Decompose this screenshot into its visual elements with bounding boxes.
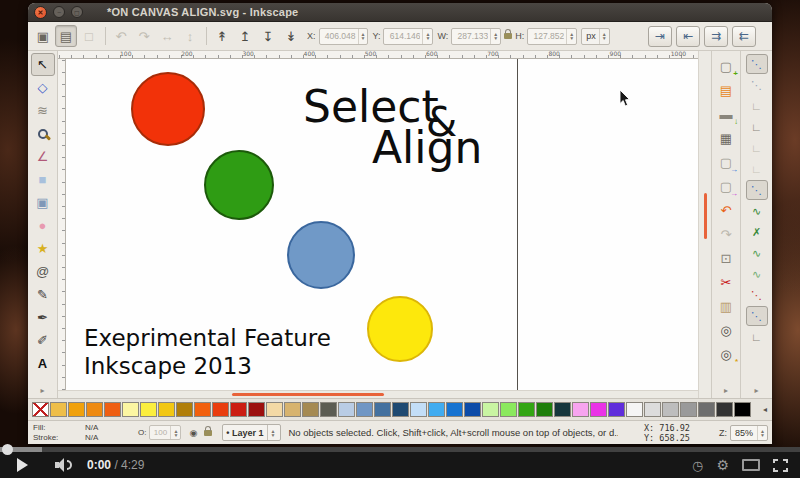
swatch-#333333[interactable] bbox=[716, 402, 733, 417]
rotate-ccw-button[interactable]: ↶ bbox=[110, 25, 132, 47]
width-input[interactable] bbox=[452, 31, 490, 41]
zoom-spinner[interactable]: ▲▼ bbox=[757, 426, 767, 440]
swatch-#cb1d12[interactable] bbox=[230, 402, 247, 417]
close-button[interactable]: ✕ bbox=[34, 6, 47, 19]
snap-bbox-centers-button[interactable]: ∟ bbox=[746, 159, 768, 179]
swatch-#eebe49[interactable] bbox=[50, 402, 67, 417]
vertical-scroll-thumb[interactable] bbox=[704, 193, 707, 239]
lower-button[interactable]: ↧ bbox=[257, 25, 279, 47]
snap-bbox-edge-midpoints-button[interactable]: ∟ bbox=[746, 138, 768, 158]
flip-horizontal-button[interactable]: ↔ bbox=[156, 25, 178, 47]
open-document-button[interactable]: ▤ bbox=[715, 79, 737, 101]
x-input[interactable] bbox=[320, 31, 358, 41]
snap-page-border-button[interactable]: ∟ bbox=[746, 327, 768, 347]
swatch-#6e6e6e[interactable] bbox=[698, 402, 715, 417]
snap-smooth-nodes-button[interactable]: ∿ bbox=[746, 264, 768, 284]
ellipse-tool[interactable]: ● bbox=[31, 214, 55, 237]
zoom-tool[interactable] bbox=[31, 122, 55, 145]
swatch-#c9f5a2[interactable] bbox=[482, 402, 499, 417]
align-button-4-button[interactable]: ⇇ bbox=[732, 26, 756, 47]
horizontal-ruler[interactable]: 1002003004005006007008009001000 bbox=[58, 51, 698, 59]
swatch-#b9cce4[interactable] bbox=[338, 402, 355, 417]
horizontal-scroll-thumb[interactable] bbox=[232, 393, 384, 396]
duplicate-button[interactable]: ⊡ bbox=[715, 247, 737, 269]
save-document-button[interactable]: ▬↓ bbox=[715, 103, 737, 125]
node-tool[interactable]: ◇ bbox=[31, 76, 55, 99]
export-button[interactable]: ▢→ bbox=[715, 175, 737, 197]
swatch-#ea33e7[interactable] bbox=[590, 402, 607, 417]
blue-circle[interactable] bbox=[287, 221, 355, 289]
undo-button[interactable]: ↶ bbox=[715, 199, 737, 221]
swatch-#33a513[interactable] bbox=[518, 402, 535, 417]
opacity-input[interactable] bbox=[150, 428, 170, 437]
pen-tool[interactable]: ✒ bbox=[31, 306, 55, 329]
volume-button[interactable] bbox=[55, 457, 75, 473]
swatch-#41acf0[interactable] bbox=[428, 402, 445, 417]
horizontal-scrollbar[interactable] bbox=[58, 390, 698, 398]
swatch-#8be95e[interactable] bbox=[500, 402, 517, 417]
palette-scroll-icon[interactable]: ◂ bbox=[763, 405, 767, 414]
snap-others-button[interactable]: ⋱ bbox=[746, 306, 768, 326]
height-input[interactable] bbox=[528, 31, 566, 41]
import-button[interactable]: ▢→ bbox=[715, 151, 737, 173]
zoom-selection-button[interactable]: ◎ bbox=[715, 319, 737, 341]
lock-ratio-icon[interactable] bbox=[504, 33, 512, 39]
canvas-text-align[interactable]: Align bbox=[372, 122, 482, 173]
swatch-#16363c[interactable] bbox=[554, 402, 571, 417]
swatch-#a58a52[interactable] bbox=[302, 402, 319, 417]
yellow-circle[interactable] bbox=[367, 296, 433, 362]
swatch-#1673d1[interactable] bbox=[446, 402, 463, 417]
swatch-#000000[interactable] bbox=[734, 402, 751, 417]
play-button[interactable] bbox=[17, 458, 28, 472]
layer-spinner[interactable]: ▲▼ bbox=[267, 425, 277, 440]
vertical-ruler[interactable] bbox=[58, 59, 66, 390]
text-tool[interactable]: A bbox=[31, 352, 55, 375]
paste-button[interactable]: ▥ bbox=[715, 295, 737, 317]
align-button-2-button[interactable]: ⇤ bbox=[676, 26, 700, 47]
rotate-cw-button[interactable]: ↷ bbox=[133, 25, 155, 47]
snap-bbox-edges-button[interactable]: ∟ bbox=[746, 96, 768, 116]
snap-nodes-button[interactable]: ⋱ bbox=[746, 180, 768, 200]
width-spinner[interactable]: ▲▼ bbox=[490, 29, 500, 44]
opacity-spinner[interactable]: ▲▼ bbox=[170, 426, 180, 439]
more-tools-icon[interactable]: ▸ bbox=[28, 386, 57, 395]
red-circle[interactable] bbox=[131, 72, 205, 146]
settings-icon[interactable]: ⚙ bbox=[716, 457, 729, 473]
x-spinner[interactable]: ▲▼ bbox=[358, 29, 368, 44]
swatch-none[interactable] bbox=[32, 402, 49, 417]
layer-lock-icon[interactable] bbox=[204, 430, 212, 436]
star-tool[interactable]: ★ bbox=[31, 237, 55, 260]
canvas-text-caption-2[interactable]: Inkscape 2013 bbox=[84, 353, 252, 379]
swatch-#44719f[interactable] bbox=[374, 402, 391, 417]
snap-midpoints-button[interactable]: ⋱ bbox=[746, 285, 768, 305]
swatch-#b07e09[interactable] bbox=[176, 402, 193, 417]
swatch-#f0a10c[interactable] bbox=[68, 402, 85, 417]
canvas[interactable]: Select & Align Exeprimental Feature Inks… bbox=[66, 59, 698, 390]
green-circle[interactable] bbox=[204, 150, 274, 220]
theater-mode-button[interactable] bbox=[742, 459, 760, 471]
height-spinner[interactable]: ▲▼ bbox=[566, 29, 576, 44]
swatch-#1f4a72[interactable] bbox=[392, 402, 409, 417]
y-input[interactable] bbox=[384, 31, 422, 41]
pencil-tool[interactable]: ✎ bbox=[31, 283, 55, 306]
maximize-button[interactable]: ◻ bbox=[71, 6, 83, 18]
fullscreen-button[interactable] bbox=[773, 459, 788, 472]
redo-button[interactable]: ↷ bbox=[715, 223, 737, 245]
snap-cusp-nodes-button[interactable]: ∿ bbox=[746, 243, 768, 263]
flip-vertical-button[interactable]: ↕ bbox=[179, 25, 201, 47]
snap-bbox-corners-button[interactable]: ∟ bbox=[746, 117, 768, 137]
canvas-text-caption-1[interactable]: Exeprimental Feature bbox=[84, 325, 331, 351]
vertical-scrollbar[interactable] bbox=[698, 51, 711, 398]
more-commands-icon[interactable]: ▸ bbox=[712, 386, 740, 395]
box3d-tool[interactable]: ▣ bbox=[31, 191, 55, 214]
cut-button[interactable]: ✂ bbox=[715, 271, 737, 293]
zoom-drawing-button[interactable]: ◎* bbox=[715, 343, 737, 365]
snap-path-intersections-button[interactable]: ✗ bbox=[746, 222, 768, 242]
swatch-#5f2ddb[interactable] bbox=[608, 402, 625, 417]
swatch-#9a9a9a[interactable] bbox=[680, 402, 697, 417]
snap-bbox-button[interactable]: ⋱ bbox=[746, 75, 768, 95]
swatch-#fbee3e[interactable] bbox=[140, 402, 157, 417]
spiral-tool[interactable]: @ bbox=[31, 260, 55, 283]
fill-stroke-indicator[interactable]: Fill:N/A Stroke:N/A bbox=[28, 423, 138, 443]
swatch-#0c4ba8[interactable] bbox=[464, 402, 481, 417]
